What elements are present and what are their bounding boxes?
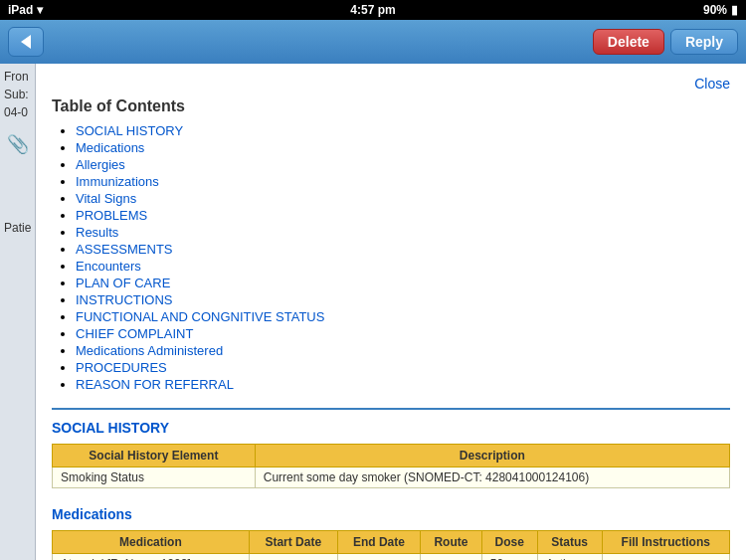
med-col-header: End Date <box>337 531 420 554</box>
toc-link[interactable]: CHIEF COMPLAINT <box>76 326 193 341</box>
medications-table: MedicationStart DateEnd DateRouteDoseSta… <box>52 530 730 560</box>
toc-link[interactable]: REASON FOR REFERRAL <box>76 377 234 392</box>
med-col-header: Route <box>421 531 482 554</box>
table-cell: Current some day smoker (SNOMED-CT: 4280… <box>255 467 729 488</box>
toc-link[interactable]: Results <box>76 225 118 240</box>
toc-title: Table of Contents <box>52 97 730 115</box>
toc-link[interactable]: SOCIAL HISTORY <box>76 123 183 138</box>
toc-link[interactable]: Immunizations <box>76 174 159 189</box>
sidebar: Fron Sub: 04-0 📎 Patie <box>0 64 36 560</box>
reply-button[interactable]: Reply <box>670 29 738 55</box>
table-cell <box>602 554 729 561</box>
med-col-header: Fill Instructions <box>602 531 729 554</box>
medications-heading: Medications <box>52 506 730 522</box>
from-label: Fron <box>0 68 35 86</box>
table-row: Smoking StatusCurrent some day smoker (S… <box>53 467 730 488</box>
social-history-heading: SOCIAL HISTORY <box>52 420 730 436</box>
main-layout: Fron Sub: 04-0 📎 Patie Close Table of Co… <box>0 64 746 560</box>
toc-link[interactable]: FUNCTIONAL AND CONGNITIVE STATUS <box>76 309 324 324</box>
paperclip-icon: 📎 <box>7 133 29 155</box>
table-cell: Smoking Status <box>53 467 256 488</box>
delete-button[interactable]: Delete <box>593 29 664 55</box>
social-history-table: Social History Element Description Smoki… <box>52 444 730 488</box>
sh-col-description: Description <box>255 445 729 467</box>
toc-link[interactable]: PLAN OF CARE <box>76 276 170 290</box>
toc-link[interactable]: PROCEDURES <box>76 360 167 375</box>
med-col-header: Medication <box>53 531 250 554</box>
table-cell <box>421 554 482 561</box>
sh-col-element: Social History Element <box>53 445 256 467</box>
table-row: Atenolol [RxNorm: 1202]50Active <box>53 554 730 561</box>
nav-right-buttons: Delete Reply <box>593 29 738 55</box>
patient-sidebar-label: Patie <box>0 219 35 237</box>
table-cell <box>337 554 420 561</box>
battery-label: 90% <box>703 3 727 17</box>
toc-link[interactable]: PROBLEMS <box>76 208 147 223</box>
section-divider-1 <box>52 408 730 410</box>
social-history-section: SOCIAL HISTORY Social History Element De… <box>52 420 730 488</box>
toc-link[interactable]: Medications Administered <box>76 343 223 358</box>
sub-label: Sub: <box>0 86 35 103</box>
toc-link[interactable]: ASSESSMENTS <box>76 242 173 257</box>
status-bar: iPad ▾ 4:57 pm 90% ▮ <box>0 0 746 20</box>
nav-bar: Delete Reply <box>0 20 746 64</box>
toc-link[interactable]: INSTRUCTIONS <box>76 292 173 307</box>
table-cell: Atenolol [RxNorm: 1202] <box>53 554 250 561</box>
med-col-header: Status <box>537 531 602 554</box>
back-button[interactable] <box>8 27 44 57</box>
date-label: 04-0 <box>0 103 35 121</box>
toc-link[interactable]: Encounters <box>76 259 141 274</box>
status-bar-right: 90% ▮ <box>703 3 738 17</box>
table-cell <box>249 554 337 561</box>
toc-link[interactable]: Vital Signs <box>76 191 136 206</box>
close-button[interactable]: Close <box>694 76 730 92</box>
back-arrow-icon <box>21 35 31 49</box>
toc-list: SOCIAL HISTORYMedicationsAllergiesImmuni… <box>52 123 730 392</box>
popup-overlay: Close Table of Contents SOCIAL HISTORYMe… <box>36 64 746 560</box>
med-col-header: Start Date <box>249 531 337 554</box>
attachment-icon-container: 📎 <box>0 129 35 159</box>
content-area[interactable]: Close Table of Contents SOCIAL HISTORYMe… <box>36 64 746 560</box>
medications-section: Medications MedicationStart DateEnd Date… <box>52 506 730 560</box>
wifi-icon: ▾ <box>37 3 43 17</box>
med-col-header: Dose <box>481 531 537 554</box>
status-bar-left: iPad ▾ <box>8 3 43 17</box>
toc-link[interactable]: Medications <box>76 140 144 155</box>
battery-icon: ▮ <box>731 3 738 17</box>
table-cell: 50 <box>481 554 537 561</box>
toc-link[interactable]: Allergies <box>76 157 125 172</box>
popup-close-row: Close <box>52 76 730 92</box>
ipad-label: iPad <box>8 3 33 17</box>
table-cell: Active <box>537 554 602 561</box>
status-bar-time: 4:57 pm <box>350 3 395 17</box>
